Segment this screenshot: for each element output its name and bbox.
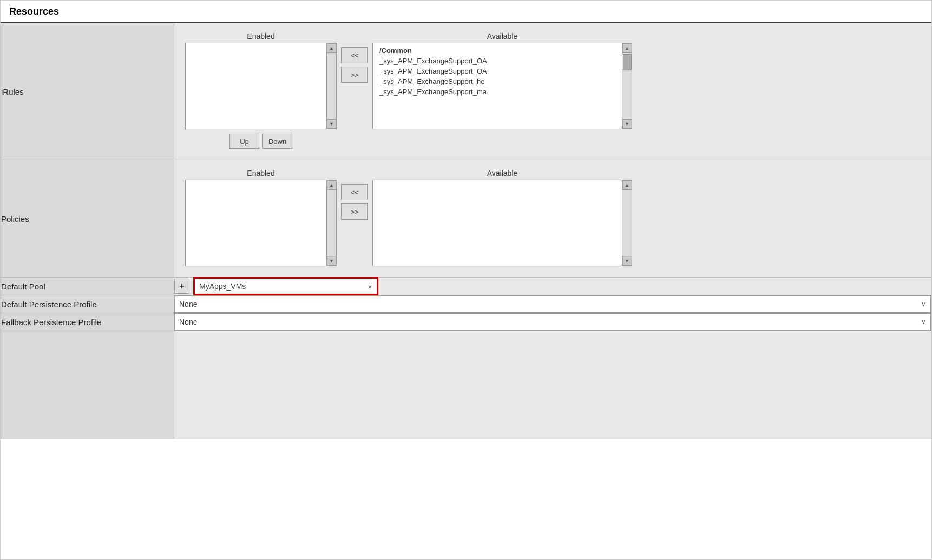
policies-enabled-listbox[interactable]: ▲ ▼ (185, 180, 337, 266)
irules-enabled-scroll-down[interactable]: ▼ (327, 119, 337, 129)
default-pool-add-button[interactable]: + (174, 279, 189, 294)
policies-enabled-scroll-down[interactable]: ▼ (327, 256, 337, 266)
irules-available-scroll-down[interactable]: ▼ (622, 119, 632, 129)
default-persistence-chevron: ∨ (921, 300, 926, 308)
irules-available-item-2[interactable]: _sys_APM_ExchangeSupport_OA (377, 66, 627, 76)
policies-available-listbox[interactable]: ▲ ▼ (372, 180, 632, 266)
default-pool-chevron: ∨ (367, 282, 372, 290)
policies-move-right-button[interactable]: >> (341, 203, 368, 220)
fallback-persistence-dropdown[interactable]: None ∨ (174, 313, 931, 331)
policies-move-left-button[interactable]: << (341, 184, 368, 200)
policies-transfer-container: << >> (341, 184, 368, 220)
irules-enabled-listbox[interactable]: ▲ ▼ (185, 43, 337, 129)
irules-up-button[interactable]: Up (229, 134, 259, 149)
irules-available-content: /Common _sys_APM_ExchangeSupport_OA _sys… (373, 43, 632, 129)
policies-available-content (373, 180, 632, 266)
policies-available-header: Available (487, 169, 518, 177)
irules-transfer-container: << >> (341, 47, 368, 83)
policies-label: Policies (1, 214, 29, 223)
policies-available-scroll-down[interactable]: ▼ (622, 256, 632, 266)
default-pool-container: + MyApps_VMs ∨ (174, 278, 931, 295)
filler-row (1, 331, 931, 439)
irules-updown-container: Up Down (229, 134, 292, 149)
irules-available-scroll-up[interactable]: ▲ (622, 43, 632, 53)
irules-label: iRules (1, 87, 24, 96)
fallback-persistence-value: None (179, 318, 197, 326)
irules-enabled-scrollbar: ▲ ▼ (326, 43, 336, 129)
irules-available-item-3[interactable]: _sys_APM_ExchangeSupport_he (377, 76, 627, 87)
irules-available-listbox[interactable]: /Common _sys_APM_ExchangeSupport_OA _sys… (372, 43, 632, 129)
irules-available-scrollbar: ▲ ▼ (622, 43, 632, 129)
irules-enabled-header: Enabled (247, 32, 274, 41)
irules-enabled-scroll-up[interactable]: ▲ (327, 43, 337, 53)
irules-available-scroll-thumb (623, 54, 632, 70)
default-pool-row: Default Pool + MyApps_VMs ∨ (1, 278, 931, 295)
default-pool-dropdown[interactable]: MyApps_VMs ∨ (194, 278, 378, 295)
irules-down-button[interactable]: Down (262, 134, 292, 149)
default-persistence-label: Default Persistence Profile (1, 300, 97, 309)
policies-enabled-scroll-up[interactable]: ▲ (327, 180, 337, 190)
irules-enabled-content (186, 43, 336, 129)
policies-row: Policies Enabled ▲ ▼ (1, 160, 931, 278)
fallback-persistence-chevron: ∨ (921, 318, 926, 326)
irules-available-item-1[interactable]: _sys_APM_ExchangeSupport_OA (377, 56, 627, 66)
policies-available-scrollbar: ▲ ▼ (622, 180, 632, 266)
default-persistence-value: None (179, 300, 197, 308)
irules-move-right-button[interactable]: >> (341, 67, 368, 83)
policies-enabled-content (186, 180, 336, 266)
default-pool-value: MyApps_VMs (199, 282, 246, 291)
irules-available-item-common[interactable]: /Common (377, 45, 627, 56)
irules-available-item-4[interactable]: _sys_APM_ExchangeSupport_ma (377, 87, 627, 97)
default-persistence-row: Default Persistence Profile None ∨ (1, 295, 931, 313)
irules-move-left-button[interactable]: << (341, 47, 368, 63)
default-persistence-dropdown[interactable]: None ∨ (174, 295, 931, 313)
fallback-persistence-label: Fallback Persistence Profile (1, 318, 101, 327)
irules-available-header: Available (487, 32, 518, 41)
policies-enabled-scrollbar: ▲ ▼ (326, 180, 336, 266)
policies-enabled-header: Enabled (247, 169, 274, 177)
resources-title: Resources (9, 6, 59, 17)
irules-row: iRules Enabled ▲ ▼ (1, 23, 931, 160)
policies-available-scroll-up[interactable]: ▲ (622, 180, 632, 190)
default-pool-label: Default Pool (1, 282, 45, 291)
fallback-persistence-row: Fallback Persistence Profile None ∨ (1, 313, 931, 331)
